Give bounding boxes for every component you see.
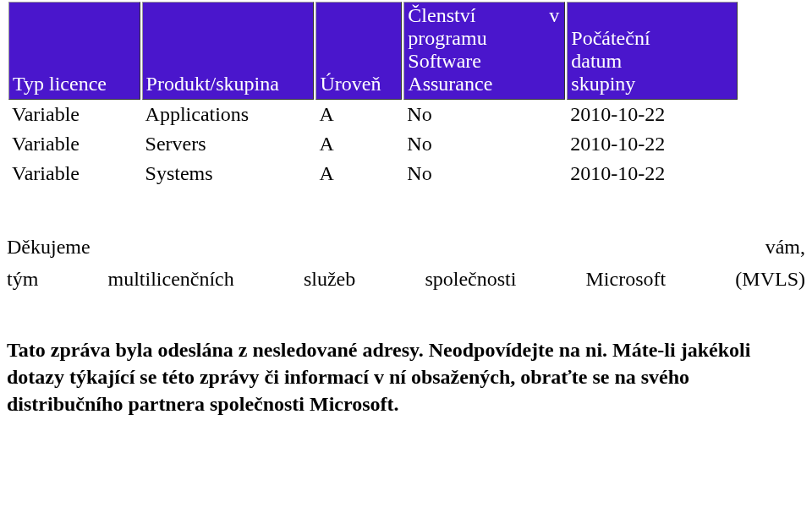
closing-text: služeb [304,263,355,295]
footer-notice: Tato zpráva byla odeslána z nesledované … [7,336,805,417]
header-text: Assurance [408,73,559,95]
table-row: Variable Systems A No 2010-10-22 [8,161,738,188]
cell-clenstvi: No [403,161,565,188]
cell-typ-licence: Variable [8,101,140,129]
closing-text: Děkujeme [7,231,91,263]
cell-uroven: A [315,131,402,159]
header-text: datum [571,50,732,73]
header-text: Počáteční [571,27,732,50]
cell-produkt: Servers [142,131,315,159]
closing-text: Microsoft [586,263,667,295]
col-header-typ-licence: Typ licence [8,2,140,100]
closing-text: tým [7,263,38,295]
closing-text: multilicenčních [107,263,233,295]
closing-text: (MVLS) [735,263,805,295]
license-table: Typ licence Produkt/skupina Úroveň Člens… [7,0,739,190]
closing-text: vám, [765,231,805,263]
closing-line-2: tým multilicenčních služeb společnosti M… [7,263,805,295]
header-text: Software [408,50,559,73]
cell-produkt: Applications [142,101,315,129]
col-header-uroven: Úroveň [315,2,402,100]
header-text: v [549,4,559,27]
header-text: programu [408,27,559,50]
header-text: skupiny [571,73,732,95]
cell-produkt: Systems [142,161,315,188]
table-header-row: Typ licence Produkt/skupina Úroveň Člens… [8,2,738,100]
col-header-datum: Počáteční datum skupiny [567,2,738,100]
cell-typ-licence: Variable [8,161,140,188]
col-header-produkt-skupina: Produkt/skupina [142,2,315,100]
col-header-clenstvi: Členství v programu Software Assurance [403,2,565,100]
cell-clenstvi: No [403,101,565,129]
cell-uroven: A [315,101,402,129]
table-row: Variable Applications A No 2010-10-22 [8,101,738,129]
cell-datum: 2010-10-22 [567,101,738,129]
closing-text: společnosti [425,263,516,295]
closing-line-1: Děkujeme vám, [7,231,805,263]
header-text: Členství [408,4,475,27]
table-row: Variable Servers A No 2010-10-22 [8,131,738,159]
cell-clenstvi: No [403,131,565,159]
cell-datum: 2010-10-22 [567,131,738,159]
cell-datum: 2010-10-22 [567,161,738,188]
cell-uroven: A [315,161,402,188]
closing-paragraph: Děkujeme vám, tým multilicenčních služeb… [7,231,805,296]
cell-typ-licence: Variable [8,131,140,159]
